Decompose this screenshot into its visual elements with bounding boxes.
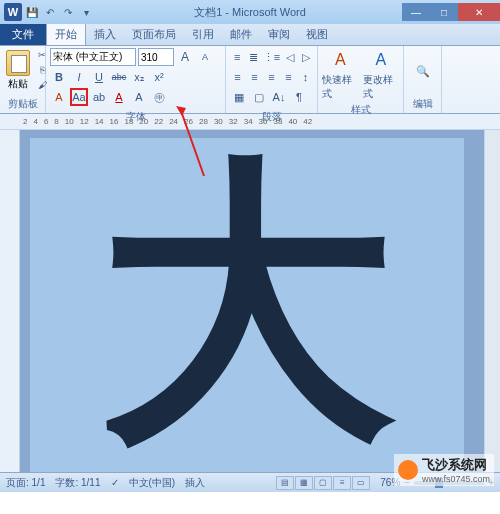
- clipboard-group-label: 剪贴板: [4, 95, 41, 111]
- maximize-button[interactable]: □: [430, 3, 458, 21]
- paste-button[interactable]: 粘贴: [4, 48, 32, 95]
- qat-dropdown-icon[interactable]: ▾: [78, 4, 94, 20]
- paste-icon: [6, 50, 30, 76]
- status-insert-mode[interactable]: 插入: [185, 476, 205, 490]
- align-center-icon[interactable]: ≡: [247, 68, 262, 86]
- find-icon[interactable]: 🔍: [414, 63, 432, 81]
- text-effects-button[interactable]: A: [50, 88, 68, 106]
- ruler-tick: 32: [226, 117, 241, 126]
- ribbon: 粘贴 ✂ ⎘ 🖌 剪贴板 宋体 (中文正文) 310 A A B I U abc: [0, 46, 500, 114]
- shading-icon[interactable]: ▦: [230, 88, 248, 106]
- change-styles-button[interactable]: A 更改样式: [363, 48, 400, 101]
- ruler-tick: 12: [77, 117, 92, 126]
- print-layout-view-icon[interactable]: ▤: [276, 476, 294, 490]
- view-buttons: ▤ ▦ ▢ ≡ ▭: [276, 476, 370, 490]
- vertical-scrollbar[interactable]: [484, 130, 500, 472]
- font-color-button[interactable]: A: [110, 88, 128, 106]
- quick-styles-label: 快速样式: [322, 73, 359, 101]
- status-proofing-icon[interactable]: ✓: [111, 477, 119, 488]
- shrink-font-icon[interactable]: A: [196, 48, 214, 66]
- status-page[interactable]: 页面: 1/1: [6, 476, 45, 490]
- status-word-count[interactable]: 字数: 1/11: [55, 476, 100, 490]
- align-right-icon[interactable]: ≡: [264, 68, 279, 86]
- document-page[interactable]: 大: [30, 138, 464, 472]
- ruler-tick: 24: [166, 117, 181, 126]
- group-clipboard: 粘贴 ✂ ⎘ 🖌 剪贴板: [0, 46, 46, 113]
- group-editing: 🔍 编辑: [404, 46, 442, 113]
- minimize-button[interactable]: —: [402, 3, 430, 21]
- font-name-combo[interactable]: 宋体 (中文正文): [50, 48, 136, 66]
- window-title: 文档1 - Microsoft Word: [194, 5, 306, 20]
- document-area: 大: [0, 130, 500, 472]
- font-size-combo[interactable]: 310: [138, 48, 174, 66]
- paste-label: 粘贴: [8, 77, 28, 91]
- outline-view-icon[interactable]: ≡: [333, 476, 351, 490]
- tab-view[interactable]: 视图: [298, 24, 336, 45]
- redo-icon[interactable]: ↷: [60, 4, 76, 20]
- numbering-icon[interactable]: ≣: [246, 48, 260, 66]
- ruler-tick: 36: [256, 117, 271, 126]
- group-font: 宋体 (中文正文) 310 A A B I U abc x₂ x² A Aa a…: [46, 46, 226, 113]
- tab-insert[interactable]: 插入: [86, 24, 124, 45]
- sort-icon[interactable]: A↓: [270, 88, 288, 106]
- undo-icon[interactable]: ↶: [42, 4, 58, 20]
- align-left-icon[interactable]: ≡: [230, 68, 245, 86]
- italic-button[interactable]: I: [70, 68, 88, 86]
- increase-indent-icon[interactable]: ▷: [299, 48, 313, 66]
- save-icon[interactable]: 💾: [24, 4, 40, 20]
- fullscreen-view-icon[interactable]: ▦: [295, 476, 313, 490]
- vertical-ruler[interactable]: [0, 130, 20, 472]
- web-view-icon[interactable]: ▢: [314, 476, 332, 490]
- ruler-tick: 38: [271, 117, 286, 126]
- ruler-tick: 4: [30, 117, 40, 126]
- line-spacing-icon[interactable]: ↕: [298, 68, 313, 86]
- tab-page-layout[interactable]: 页面布局: [124, 24, 184, 45]
- document-text[interactable]: 大: [97, 155, 397, 455]
- ruler-tick: 22: [151, 117, 166, 126]
- char-border-button[interactable]: A: [130, 88, 148, 106]
- phonetic-button[interactable]: ㊥: [150, 88, 168, 106]
- ruler-tick: 14: [92, 117, 107, 126]
- tab-mailings[interactable]: 邮件: [222, 24, 260, 45]
- grow-font-icon[interactable]: A: [176, 48, 194, 66]
- superscript-button[interactable]: x²: [150, 68, 168, 86]
- bullets-icon[interactable]: ≡: [230, 48, 244, 66]
- subscript-button[interactable]: x₂: [130, 68, 148, 86]
- ruler-tick: 34: [241, 117, 256, 126]
- change-styles-icon: A: [369, 48, 393, 72]
- quick-styles-icon: A: [328, 48, 352, 72]
- bold-button[interactable]: B: [50, 68, 68, 86]
- strikethrough-button[interactable]: abc: [110, 68, 128, 86]
- underline-button[interactable]: U: [90, 68, 108, 86]
- quick-styles-button[interactable]: A 快速样式: [322, 48, 359, 101]
- word-app-icon[interactable]: W: [4, 3, 22, 21]
- status-language[interactable]: 中文(中国): [129, 476, 176, 490]
- group-paragraph: ≡ ≣ ⋮≡ ◁ ▷ ≡ ≡ ≡ ≡ ↕ ▦ ▢ A↓ ¶ 段落: [226, 46, 318, 113]
- show-marks-icon[interactable]: ¶: [290, 88, 308, 106]
- ruler-tick: 28: [196, 117, 211, 126]
- quick-access-toolbar: W 💾 ↶ ↷ ▾: [0, 3, 98, 21]
- ruler-tick: 18: [121, 117, 136, 126]
- change-case-button[interactable]: Aa: [70, 88, 88, 106]
- window-controls: — □ ✕: [402, 3, 500, 21]
- multilevel-icon[interactable]: ⋮≡: [263, 48, 281, 66]
- styles-group-label: 样式: [322, 101, 399, 117]
- ruler-tick: 40: [285, 117, 300, 126]
- highlight-button[interactable]: ab: [90, 88, 108, 106]
- ruler-tick: 2: [20, 117, 30, 126]
- tab-home[interactable]: 开始: [46, 23, 86, 45]
- watermark: 飞沙系统网 www.fs0745.com: [394, 454, 494, 486]
- horizontal-ruler[interactable]: 2 4 6 8 10 12 14 16 18 20 22 24 26 28 30…: [0, 114, 500, 130]
- borders-icon[interactable]: ▢: [250, 88, 268, 106]
- tab-file[interactable]: 文件: [0, 23, 46, 45]
- ruler-tick: 8: [51, 117, 61, 126]
- ruler-tick: 26: [181, 117, 196, 126]
- tab-references[interactable]: 引用: [184, 24, 222, 45]
- decrease-indent-icon[interactable]: ◁: [283, 48, 297, 66]
- watermark-logo-icon: [398, 460, 418, 480]
- close-button[interactable]: ✕: [458, 3, 500, 21]
- tab-review[interactable]: 审阅: [260, 24, 298, 45]
- ruler-tick: 6: [41, 117, 51, 126]
- draft-view-icon[interactable]: ▭: [352, 476, 370, 490]
- justify-icon[interactable]: ≡: [281, 68, 296, 86]
